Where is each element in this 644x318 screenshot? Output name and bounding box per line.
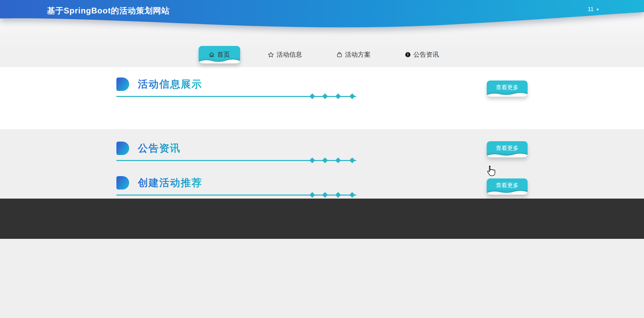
info-icon xyxy=(405,52,411,58)
tab-home-label: 首页 xyxy=(217,50,230,59)
home-icon xyxy=(209,52,215,58)
diamond-marker xyxy=(335,94,341,99)
section-decoration-shape xyxy=(116,77,129,91)
tab-announcements[interactable]: 公告资讯 xyxy=(398,46,446,63)
tab-activity-plan-label: 活动方案 xyxy=(345,50,371,59)
diamond-marker xyxy=(335,192,341,198)
section-decoration-shape xyxy=(116,176,129,190)
section-announcements-and-recommend: 公告资讯 查看更多 创建活动推荐 xyxy=(0,129,644,199)
button-wave-decoration xyxy=(487,92,528,97)
view-more-announcements-button[interactable]: 查看更多 xyxy=(487,141,528,157)
diamond-marker xyxy=(322,192,328,198)
view-more-activity-button[interactable]: 查看更多 xyxy=(487,81,528,97)
tab-activity-plan[interactable]: 活动方案 xyxy=(330,46,377,63)
section-divider-line xyxy=(116,96,356,97)
diamond-marker xyxy=(310,192,315,198)
section-divider-line xyxy=(116,195,356,196)
main-nav: 首页 活动信息 活动方案 公告资讯 xyxy=(0,46,644,65)
diamond-marker xyxy=(350,94,355,99)
user-dropdown-label: 11 xyxy=(588,6,594,13)
tab-activity-info[interactable]: 活动信息 xyxy=(261,46,309,63)
bag-icon xyxy=(336,52,342,58)
section-activity-info: 活动信息展示 查看更多 xyxy=(0,67,644,129)
button-wave-decoration xyxy=(487,153,528,157)
view-more-recommend-button[interactable]: 查看更多 xyxy=(487,178,528,195)
section-decoration-shape xyxy=(116,142,129,155)
star-icon xyxy=(268,52,274,58)
page-footer xyxy=(0,199,644,239)
section-title: 公告资讯 xyxy=(138,142,181,155)
section-title: 创建活动推荐 xyxy=(138,176,202,190)
diamond-marker xyxy=(322,94,328,99)
tab-home[interactable]: 首页 xyxy=(199,46,240,63)
tab-activity-info-label: 活动信息 xyxy=(277,50,302,59)
diamond-marker xyxy=(350,192,355,198)
diamond-marker xyxy=(310,94,315,99)
section-title: 活动信息展示 xyxy=(138,77,202,91)
page-title: 基于SpringBoot的活动策划网站 xyxy=(47,5,170,16)
chevron-down-icon: ▼ xyxy=(596,7,599,11)
tab-announcements-label: 公告资讯 xyxy=(414,50,439,59)
user-dropdown[interactable]: 11 ▼ xyxy=(588,6,599,13)
page-header: 基于SpringBoot的活动策划网站 11 ▼ 首页 活动信息 xyxy=(0,0,644,67)
section-divider-line xyxy=(116,160,356,161)
tab-wave-decoration xyxy=(199,58,240,63)
button-wave-decoration xyxy=(487,190,528,195)
